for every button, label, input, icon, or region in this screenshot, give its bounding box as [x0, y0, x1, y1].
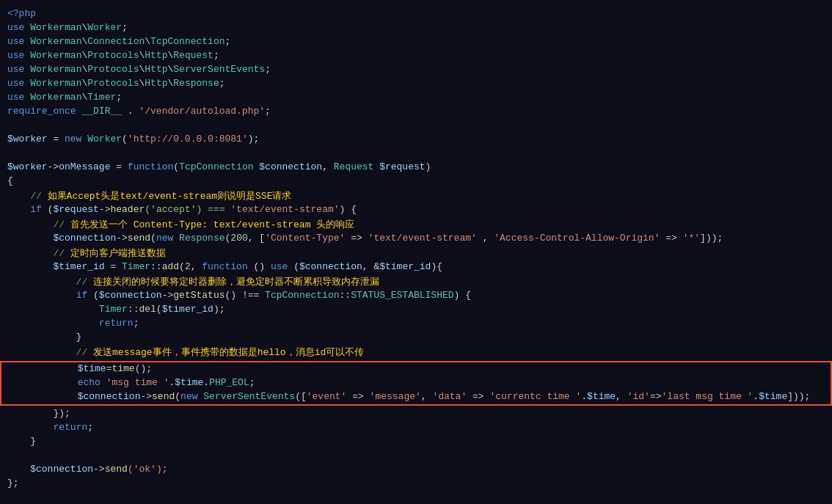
line-content: $worker = new Worker('http://0.0.0.0:808…	[0, 134, 832, 145]
code-line: use Workerman\Timer;	[0, 91, 832, 105]
line-content: };	[0, 478, 832, 489]
code-line: use Workerman\Protocols\Http\Response;	[0, 77, 832, 91]
line-content: use Workerman\Connection\TcpConnection;	[0, 36, 832, 47]
code-line: return;	[0, 421, 832, 435]
line-content: echo 'msg time '.$time.PHP_EOL;	[1, 377, 831, 388]
code-line: }	[0, 435, 832, 449]
code-line: require_once __DIR__ . '/vendor/autoload…	[0, 105, 832, 119]
code-line: $worker->onMessage = function(TcpConnect…	[0, 161, 832, 175]
code-line: return;	[0, 317, 832, 331]
code-line: $worker = new Worker('http://0.0.0.0:808…	[0, 133, 832, 147]
code-line: // 定时向客户端推送数据	[0, 246, 832, 260]
code-line	[0, 147, 832, 161]
line-content: use Workerman\Timer;	[0, 92, 832, 103]
code-line: if ($connection->getStatus() !== TcpConn…	[0, 289, 832, 303]
line-content: }	[0, 436, 832, 447]
code-editor: <?phpuse Workerman\Worker;use Workerman\…	[0, 0, 832, 504]
code-line: if ($request->header('accept') === 'text…	[0, 203, 832, 217]
code-line: $connection->send(new ServerSentEvents([…	[1, 390, 831, 404]
code-line: use Workerman\Protocols\Http\Request;	[0, 49, 832, 63]
code-line: $timer_id = Timer::add(2, function () us…	[0, 260, 832, 274]
line-content: use Workerman\Worker;	[0, 22, 832, 33]
line-content: $worker->onMessage = function(TcpConnect…	[0, 161, 832, 172]
line-content: $connection->send(new ServerSentEvents([…	[1, 391, 831, 402]
line-content: <?php	[0, 8, 832, 19]
code-lines-before: <?phpuse Workerman\Worker;use Workerman\…	[0, 7, 832, 359]
code-lines-after: }); return; } $connection->send('ok');};…	[0, 407, 832, 504]
code-line: use Workerman\Worker;	[0, 21, 832, 35]
line-content: });	[0, 408, 832, 419]
line-content: }	[0, 332, 832, 343]
line-content: if ($request->header('accept') === 'text…	[0, 204, 832, 215]
code-line: });	[0, 407, 832, 421]
code-line: }	[0, 331, 832, 345]
code-line	[0, 491, 832, 504]
code-line: <?php	[0, 7, 832, 21]
line-content: return;	[0, 318, 832, 329]
code-line: // 如果Accept头是text/event-stream则说明是SSE请求	[0, 189, 832, 203]
code-line: $time=time();	[1, 362, 831, 376]
line-content: $time=time();	[1, 363, 831, 374]
code-line: Timer::del($timer_id);	[0, 303, 832, 317]
code-line: };	[0, 477, 832, 491]
line-content: Timer::del($timer_id);	[0, 304, 832, 315]
line-content: // 连接关闭的时候要将定时器删除，避免定时器不断累积导致内存泄漏	[0, 275, 832, 288]
highlighted-lines: $time=time(); echo 'msg time '.$time.PHP…	[1, 362, 831, 404]
line-content: return;	[0, 422, 832, 433]
code-line: use Workerman\Protocols\Http\ServerSentE…	[0, 63, 832, 77]
code-line: // 连接关闭的时候要将定时器删除，避免定时器不断累积导致内存泄漏	[0, 274, 832, 289]
line-content: // 首先发送一个 Content-Type: text/event-strea…	[0, 218, 832, 231]
highlighted-code-block: $time=time(); echo 'msg time '.$time.PHP…	[0, 361, 832, 406]
code-line	[0, 449, 832, 463]
code-line: $connection->send(new Response(200, ['Co…	[0, 232, 832, 246]
code-line: {	[0, 175, 832, 189]
code-line: // 发送message事件，事件携带的数据是hello，消息id可以不传	[0, 345, 832, 359]
line-content: require_once __DIR__ . '/vendor/autoload…	[0, 106, 832, 117]
line-content: {	[0, 175, 832, 186]
code-line	[0, 119, 832, 133]
line-content: use Workerman\Protocols\Http\Request;	[0, 50, 832, 61]
line-content: // 如果Accept头是text/event-stream则说明是SSE请求	[0, 189, 832, 202]
line-content: use Workerman\Protocols\Http\Response;	[0, 78, 832, 89]
code-line: $connection->send('ok');	[0, 463, 832, 477]
line-content: $timer_id = Timer::add(2, function () us…	[0, 261, 832, 272]
line-content: // 发送message事件，事件携带的数据是hello，消息id可以不传	[0, 346, 832, 359]
code-line: use Workerman\Connection\TcpConnection;	[0, 35, 832, 49]
line-content: if ($connection->getStatus() !== TcpConn…	[0, 290, 832, 301]
line-content: // 定时向客户端推送数据	[0, 246, 832, 260]
line-content: use Workerman\Protocols\Http\ServerSentE…	[0, 64, 832, 75]
line-content: $connection->send('ok');	[0, 464, 832, 475]
code-line: // 首先发送一个 Content-Type: text/event-strea…	[0, 217, 832, 232]
code-line: echo 'msg time '.$time.PHP_EOL;	[1, 376, 831, 390]
line-content: $connection->send(new Response(200, ['Co…	[0, 233, 832, 244]
